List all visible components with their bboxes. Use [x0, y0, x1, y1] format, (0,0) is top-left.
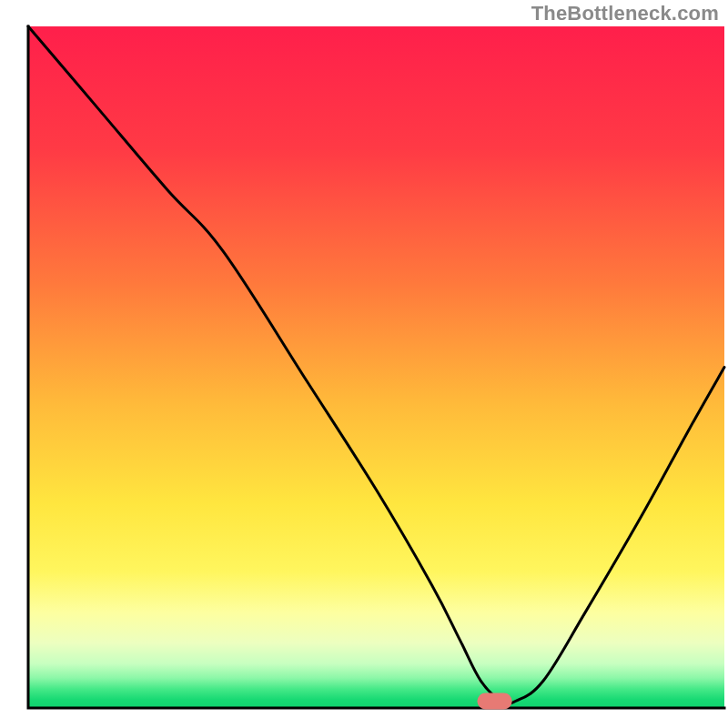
chart-canvas: TheBottleneck.com	[0, 0, 728, 728]
recommended-marker	[477, 693, 511, 710]
watermark-label: TheBottleneck.com	[531, 2, 719, 25]
plot-background	[28, 26, 724, 708]
bottleneck-chart	[0, 0, 728, 728]
